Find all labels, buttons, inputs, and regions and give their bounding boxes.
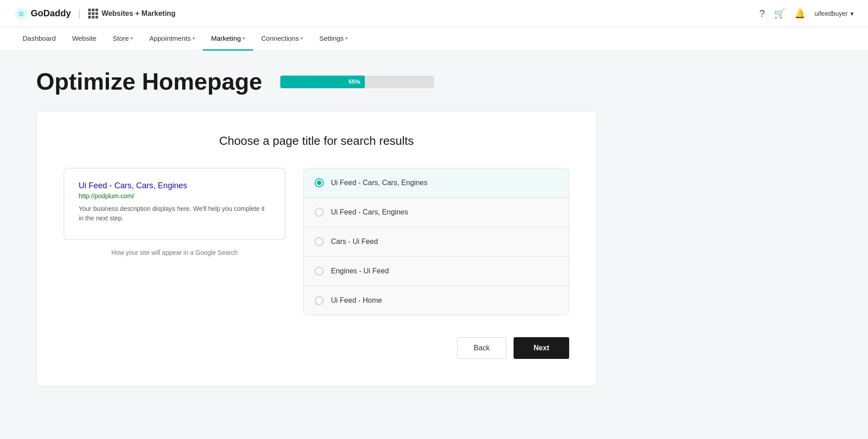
radio-option-2[interactable]: Cars - Ui Feed bbox=[304, 227, 569, 257]
appointments-chevron-icon: ▾ bbox=[193, 36, 195, 41]
radio-label-3: Engines - Ui Feed bbox=[331, 267, 389, 275]
nav-appointments[interactable]: Appointments ▾ bbox=[141, 27, 203, 51]
notification-icon[interactable]: 🔔 bbox=[794, 8, 806, 19]
nav-connections[interactable]: Connections ▾ bbox=[253, 27, 311, 51]
help-icon[interactable]: ? bbox=[760, 8, 765, 19]
google-preview-caption: How your site will appear in a Google Se… bbox=[64, 249, 285, 256]
progress-container: 55% bbox=[280, 76, 452, 88]
radio-option-4[interactable]: Ui Feed - Home bbox=[304, 286, 569, 315]
radio-dot-0 bbox=[317, 181, 321, 185]
marketing-chevron-icon: ▾ bbox=[243, 36, 245, 41]
radio-option-3[interactable]: Engines - Ui Feed bbox=[304, 257, 569, 286]
godaddy-logo[interactable]: G GoDaddy bbox=[14, 7, 71, 20]
progress-label: 55% bbox=[349, 78, 360, 85]
svg-text:G: G bbox=[19, 10, 24, 17]
radio-circle-4 bbox=[315, 296, 324, 305]
godaddy-logo-icon: G bbox=[14, 7, 28, 20]
cart-icon[interactable]: 🛒 bbox=[774, 8, 785, 19]
radio-circle-3 bbox=[315, 267, 324, 276]
nav-website[interactable]: Website bbox=[64, 27, 104, 51]
nav-dashboard[interactable]: Dashboard bbox=[14, 27, 64, 51]
radio-circle-0 bbox=[315, 178, 324, 187]
grid-icon[interactable] bbox=[88, 9, 98, 19]
nav-store[interactable]: Store ▾ bbox=[104, 27, 141, 51]
godaddy-text: GoDaddy bbox=[31, 8, 71, 19]
google-preview-box: Ui Feed - Cars, Cars, Engines http://pod… bbox=[64, 168, 285, 240]
progress-bar-background: 55% bbox=[280, 76, 434, 88]
radio-circle-1 bbox=[315, 208, 324, 217]
product-name: Websites + Marketing bbox=[102, 10, 176, 18]
content-row: Ui Feed - Cars, Cars, Engines http://pod… bbox=[64, 168, 569, 315]
store-chevron-icon: ▾ bbox=[131, 36, 133, 41]
preview-url: http://podplum.com/ bbox=[79, 192, 270, 200]
user-menu[interactable]: uifeedbuyer ▾ bbox=[815, 10, 854, 17]
google-preview-wrapper: Ui Feed - Cars, Cars, Engines http://pod… bbox=[64, 168, 285, 256]
main-card: Choose a page title for search results U… bbox=[36, 111, 597, 387]
radio-label-1: Ui Feed - Cars, Engines bbox=[331, 208, 408, 216]
nav-marketing[interactable]: Marketing ▾ bbox=[203, 27, 253, 51]
connections-chevron-icon: ▾ bbox=[301, 36, 303, 41]
top-bar: G GoDaddy | Websites + Marketing ? 🛒 🔔 u… bbox=[0, 0, 868, 27]
preview-description: Your business description displays here.… bbox=[79, 204, 270, 223]
settings-chevron-icon: ▾ bbox=[345, 36, 348, 41]
back-button[interactable]: Back bbox=[457, 337, 507, 359]
divider: | bbox=[78, 8, 81, 19]
radio-options-list: Ui Feed - Cars, Cars, Engines Ui Feed - … bbox=[303, 168, 569, 315]
radio-option-1[interactable]: Ui Feed - Cars, Engines bbox=[304, 198, 569, 227]
radio-label-2: Cars - Ui Feed bbox=[331, 238, 378, 246]
next-button[interactable]: Next bbox=[514, 337, 569, 359]
preview-title-link[interactable]: Ui Feed - Cars, Cars, Engines bbox=[79, 181, 270, 191]
radio-option-0[interactable]: Ui Feed - Cars, Cars, Engines bbox=[304, 168, 569, 198]
page-title: Optimize Homepage bbox=[36, 69, 262, 95]
main-content: Optimize Homepage 55% Choose a page titl… bbox=[0, 51, 633, 405]
nav-bar: Dashboard Website Store ▾ Appointments ▾… bbox=[0, 27, 868, 51]
user-chevron-icon: ▾ bbox=[850, 10, 854, 17]
radio-label-0: Ui Feed - Cars, Cars, Engines bbox=[331, 179, 427, 187]
card-title: Choose a page title for search results bbox=[64, 134, 569, 148]
page-header: Optimize Homepage 55% bbox=[36, 69, 597, 95]
top-bar-right: ? 🛒 🔔 uifeedbuyer ▾ bbox=[760, 8, 854, 19]
nav-settings[interactable]: Settings ▾ bbox=[311, 27, 356, 51]
radio-circle-2 bbox=[315, 237, 324, 246]
bottom-actions: Back Next bbox=[64, 337, 569, 359]
progress-bar-fill: 55% bbox=[280, 76, 365, 88]
top-bar-left: G GoDaddy | Websites + Marketing bbox=[14, 7, 175, 20]
username-label: uifeedbuyer bbox=[815, 10, 848, 17]
radio-label-4: Ui Feed - Home bbox=[331, 296, 382, 305]
